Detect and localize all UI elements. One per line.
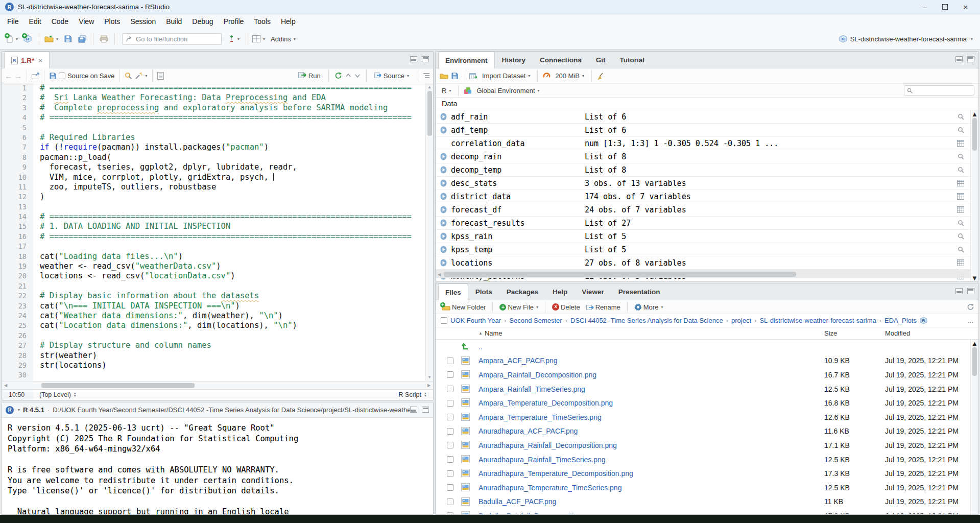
select-all-checkbox[interactable] — [441, 317, 447, 324]
delete-button[interactable]: × Delete — [550, 300, 582, 314]
env-object-adf_temp[interactable]: adf_temp List of 6 — [436, 124, 978, 137]
environment-horizontal-scrollbar[interactable]: ◀ — [436, 270, 970, 278]
environment-tab-tutorial[interactable]: Tutorial — [613, 52, 652, 68]
tab-close-icon[interactable]: × — [38, 57, 42, 64]
breadcrumb-item[interactable]: Second Semester — [509, 317, 562, 324]
files-maximize-button[interactable] — [967, 288, 974, 294]
environment-search-box[interactable] — [904, 85, 974, 96]
breadcrumb-item[interactable]: SL-districtwise-weather-forecast-sarima — [759, 317, 876, 324]
env-object-decomp_rain[interactable]: decomp_rain List of 8 — [436, 150, 978, 163]
file-name-link[interactable]: Ampara_Rainfall_Decomposition.png — [479, 371, 596, 379]
rerun-icon[interactable] — [334, 72, 342, 79]
code-line[interactable]: 11 zoo, imputeTS, outliers, robustbase — [2, 182, 433, 192]
expand-icon[interactable] — [440, 179, 448, 187]
env-object-correlation_data[interactable]: correlation_data num [1:3, 1:3] 1 -0.305… — [436, 137, 978, 150]
code-line[interactable]: 14# ====================================… — [2, 212, 433, 222]
forward-icon[interactable]: → — [14, 72, 22, 80]
import-dataset-button[interactable]: Import Dataset ▾ — [480, 69, 532, 83]
expand-icon[interactable] — [440, 153, 448, 161]
code-line[interactable]: 6# Required Libraries — [2, 133, 433, 142]
file-row[interactable]: Ampara_Temperature_TimeSeries.png 12.6 K… — [436, 410, 978, 424]
menu-build[interactable]: Build — [161, 15, 187, 28]
environment-maximize-button[interactable] — [967, 56, 974, 62]
files-tab-plots[interactable]: Plots — [468, 283, 499, 300]
code-line[interactable]: 22# Display basic information about the … — [2, 291, 433, 301]
files-tab-files[interactable]: Files — [438, 283, 468, 300]
compile-report-icon[interactable] — [157, 72, 164, 80]
files-tab-viewer[interactable]: Viewer — [575, 283, 611, 300]
window-close-button[interactable]: × — [963, 3, 968, 11]
env-object-adf_rain[interactable]: adf_rain List of 6 — [436, 110, 978, 124]
view-table-icon[interactable] — [957, 206, 964, 213]
window-maximize-button[interactable] — [942, 4, 948, 10]
breadcrumb-overflow[interactable]: ... — [968, 317, 973, 324]
files-minimize-button[interactable] — [955, 288, 963, 294]
menu-debug[interactable]: Debug — [187, 15, 218, 28]
open-file-button[interactable]: ▾ — [42, 32, 60, 46]
file-name-link[interactable]: Ampara_Temperature_Decomposition.png — [479, 399, 613, 407]
code-line[interactable]: 18cat("Loading data files...\n") — [2, 252, 433, 262]
code-editor[interactable]: 1# =====================================… — [2, 83, 433, 381]
env-object-kpss_rain[interactable]: kpss_rain List of 5 — [436, 230, 978, 243]
document-outline-icon[interactable] — [423, 73, 430, 79]
file-row[interactable]: Ampara_Rainfall_TimeSeries.png 12.5 KB J… — [436, 382, 978, 396]
expand-icon[interactable] — [440, 126, 448, 134]
save-icon[interactable] — [49, 72, 57, 80]
breadcrumb-item[interactable]: project — [731, 317, 751, 324]
language-selector[interactable]: R ▾ — [440, 83, 453, 98]
workspace-panes-button[interactable]: ▾ — [250, 32, 267, 46]
new-file-button[interactable]: + ▾ — [4, 32, 20, 46]
goto-file-search[interactable] — [122, 33, 222, 45]
menu-code[interactable]: Code — [46, 15, 74, 28]
file-row[interactable]: Anuradhapura_Rainfall_TimeSeries.png 12.… — [436, 453, 978, 467]
file-checkbox[interactable] — [447, 358, 453, 364]
editor-horizontal-scrollbar[interactable]: ◀ ▶ — [2, 381, 433, 389]
file-checkbox[interactable] — [447, 414, 453, 420]
breadcrumb-item[interactable]: UOK Fourth Year — [450, 317, 501, 324]
file-checkbox[interactable] — [447, 386, 453, 392]
file-checkbox[interactable] — [447, 484, 453, 491]
inspect-object-icon[interactable] — [958, 233, 964, 240]
menu-plots[interactable]: Plots — [99, 15, 125, 28]
code-line[interactable]: 20locations <- read_csv("locationData.cs… — [2, 271, 433, 281]
editor-minimize-button[interactable] — [410, 56, 417, 62]
expand-icon[interactable] — [440, 246, 448, 254]
file-checkbox[interactable] — [447, 470, 453, 477]
new-folder-button[interactable]: + New Folder — [440, 300, 488, 314]
environment-tab-environment[interactable]: Environment — [438, 52, 495, 68]
memory-usage-button[interactable]: 200 MiB ▾ — [553, 69, 586, 83]
inspect-object-icon[interactable] — [958, 127, 964, 133]
new-file-button[interactable]: + New File ▾ — [497, 300, 540, 314]
view-table-icon[interactable] — [957, 140, 964, 147]
view-table-icon[interactable] — [957, 193, 964, 200]
file-row-updir[interactable]: .. — [436, 340, 978, 354]
code-line[interactable]: 15# 1. DATA LOADING AND INITIAL INSPECTI… — [2, 222, 433, 231]
expand-icon[interactable] — [440, 193, 448, 201]
clear-objects-broom-icon[interactable] — [597, 72, 605, 80]
code-line[interactable]: 30 — [2, 370, 433, 380]
code-line[interactable]: 29str(locations) — [2, 361, 433, 370]
editor-maximize-button[interactable] — [422, 56, 429, 62]
file-row[interactable]: Ampara_ACF_PACF.png 10.9 KB Jul 19, 2025… — [436, 354, 978, 368]
popout-window-icon[interactable] — [32, 73, 39, 79]
code-line[interactable]: 13 — [2, 202, 433, 212]
menu-edit[interactable]: Edit — [24, 15, 46, 28]
console-maximize-button[interactable] — [422, 407, 429, 413]
code-tools-caret[interactable]: ▾ — [146, 74, 148, 78]
back-icon[interactable]: ← — [5, 72, 12, 80]
menu-file[interactable]: File — [2, 15, 24, 28]
console-engine-caret[interactable]: ▾ — [18, 408, 20, 412]
file-checkbox[interactable] — [447, 428, 453, 435]
files-tab-help[interactable]: Help — [545, 283, 575, 300]
env-object-forecast_df[interactable]: forecast_df 24 obs. of 7 variables — [436, 203, 978, 217]
column-name[interactable]: ▲ Name — [479, 329, 503, 337]
code-line[interactable]: 8pacman::p_load( — [2, 153, 433, 162]
expand-icon[interactable] — [440, 113, 448, 121]
code-line[interactable]: 10 VIM, mice, corrplot, plotly, gridExtr… — [2, 173, 433, 182]
code-line[interactable]: 17 — [2, 242, 433, 251]
source-button[interactable]: Source ▾ — [372, 68, 411, 83]
inspect-object-icon[interactable] — [958, 167, 964, 173]
environment-scope-selector[interactable]: Global Environment ▾ — [474, 83, 541, 98]
file-name-link[interactable]: Anuradhapura_Rainfall_Decomposition.png — [479, 441, 617, 449]
code-line[interactable]: 12) — [2, 192, 433, 202]
